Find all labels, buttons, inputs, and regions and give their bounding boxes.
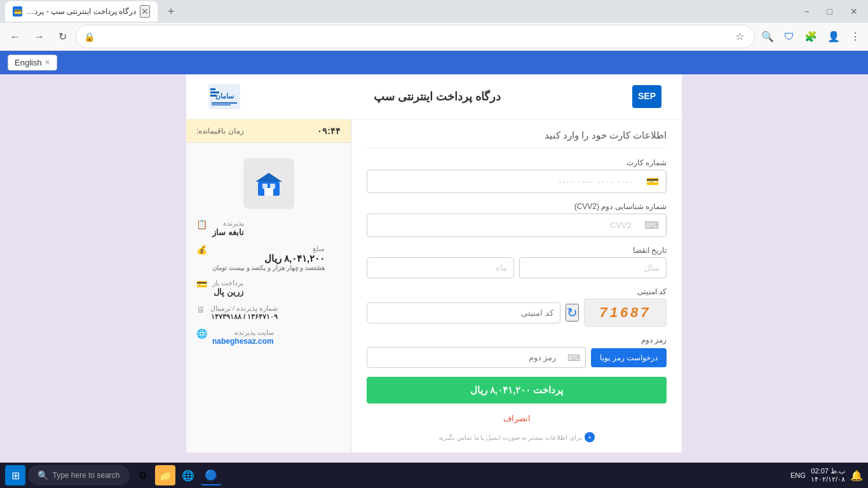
taskbar-right: ENG 02:07 ب.ظ ۱۴۰۲/۱۲/۰۸ 🔔	[790, 467, 863, 484]
sep-logo: SEP	[631, 84, 663, 109]
language-button[interactable]: English ✕	[8, 55, 57, 71]
active-tab[interactable]: 💳 درگاه پرداخت اینترنتی سپ - پرداخت ✕	[5, 1, 158, 22]
svg-rect-13	[262, 184, 268, 189]
svg-text:SEP: SEP	[638, 91, 656, 101]
forward-button[interactable]: →	[29, 29, 50, 45]
title-bar: 💳 درگاه پرداخت اینترنتی سپ - پرداخت ✕ + …	[0, 0, 868, 23]
payment-content: ۰۹:۴۴ زمان باقیمانده:	[186, 119, 682, 452]
keyboard-icon: ⌨	[562, 353, 585, 363]
cvv2-icon: ⌨	[638, 214, 666, 236]
cancel-button[interactable]: انصراف	[367, 410, 667, 427]
taskbar-lang: ENG	[790, 471, 806, 479]
month-input[interactable]	[367, 258, 513, 278]
timer-bar: ۰۹:۴۴ زمان باقیمانده:	[186, 119, 351, 143]
expiry-row	[367, 257, 667, 278]
main-content: سامان درگاه پرداخت اینترنتی سپ SEP ۰۹:۴۴…	[0, 74, 868, 452]
payment-by-icon: 💳	[196, 279, 207, 289]
address-input[interactable]: sep.shaparak.ir/OnlinePG/SendToken?token…	[98, 32, 729, 41]
amount-text: هشتصد و چهار هزار و یکصد و بیست تومان	[212, 264, 325, 271]
tab-close-button[interactable]: ✕	[140, 5, 150, 18]
clock: 02:07 ب.ظ	[811, 467, 845, 475]
right-panel: اطلاعات کارت خود را وارد کنید شماره کارت…	[351, 119, 682, 452]
search-icon[interactable]: 🔍	[759, 28, 776, 45]
password-label: رمز دوم	[367, 336, 667, 344]
lock-icon: 🔒	[84, 32, 95, 42]
maximize-button[interactable]: □	[822, 5, 837, 18]
terminal-row: شماره پذیرنده / ترمینال ۱۳۶۴۷۱۰۹ / ۱۴۷۳۹…	[196, 304, 341, 321]
browser-taskbar-button[interactable]: 🌐	[178, 465, 198, 485]
task-view-button[interactable]: ⧉	[132, 465, 153, 485]
cvv2-label: شماره شناسایی دوم (CVV2)	[367, 202, 667, 211]
svg-marker-11	[255, 173, 282, 182]
address-bar[interactable]: 🔒 sep.shaparak.ir/OnlinePG/SendToken?tok…	[76, 25, 755, 48]
password-input-wrapper: ⌨	[367, 347, 586, 368]
taskbar-left: ⊞ 🔍 Type here to search ⧉ 📁 🌐 🔵	[5, 465, 221, 485]
start-button[interactable]: ⊞	[5, 465, 25, 485]
close-button[interactable]: ✕	[845, 5, 863, 18]
store-icon	[253, 168, 285, 200]
star-icon[interactable]: ☆	[733, 28, 747, 45]
left-panel: ۰۹:۴۴ زمان باقیمانده:	[186, 119, 351, 452]
captcha-input[interactable]	[367, 302, 560, 323]
password-row: درخواست رمز پویا ⌨	[367, 347, 667, 368]
window-controls: − □ ✕	[799, 5, 863, 18]
file-explorer-button[interactable]: 📁	[155, 465, 175, 485]
panel-title: اطلاعات کارت خود را وارد کنید	[367, 130, 667, 148]
notification-icon[interactable]: 🔔	[850, 470, 863, 482]
language-close-icon[interactable]: ✕	[44, 58, 50, 67]
active-browser-button[interactable]: 🔵	[201, 465, 221, 485]
taskbar: ⊞ 🔍 Type here to search ⧉ 📁 🌐 🔵 ENG 02:0…	[0, 463, 868, 488]
nav-bar: ← → ↻ 🔒 sep.shaparak.ir/OnlinePG/SendTok…	[0, 23, 868, 51]
card-number-input[interactable]	[367, 172, 640, 191]
sep-logo-svg: SEP	[631, 84, 663, 109]
system-time: 02:07 ب.ظ ۱۴۰۲/۱۲/۰۸	[811, 467, 845, 484]
merchant-logo-area	[186, 143, 351, 219]
svg-rect-12	[264, 188, 273, 196]
payment-by-value: زرین پال	[212, 287, 243, 297]
website-icon: 🌐	[196, 329, 207, 339]
shield-icon[interactable]: 🛡	[782, 29, 797, 45]
pay-button[interactable]: پرداخت ۸,۰۴۱,۲۰۰ ریال	[367, 377, 667, 403]
password-input[interactable]	[367, 348, 562, 367]
website-row: سایت پذیرنده nabeghesaz.com 🌐	[196, 329, 341, 346]
payment-by-row: پرداخت یار زرین پال 💳	[196, 279, 341, 297]
terminal-label: شماره پذیرنده / ترمینال	[210, 304, 278, 313]
svg-rect-6	[210, 92, 219, 93]
reload-button[interactable]: ↻	[53, 28, 72, 45]
year-input[interactable]	[520, 258, 666, 278]
search-taskbar-button[interactable]: 🔍 Type here to search	[28, 465, 130, 485]
timer-value: ۰۹:۴۴	[317, 126, 341, 136]
timer-label: زمان باقیمانده:	[196, 126, 244, 135]
captcha-row: 71687 ↻	[367, 299, 667, 327]
header-title: درگاه پرداخت اینترنتی سپ	[374, 90, 501, 104]
terminal-value: ۱۳۶۴۷۱۰۹ / ۱۴۷۳۹۱۸۸	[210, 313, 278, 321]
captcha-refresh-button[interactable]: ↻	[566, 304, 579, 322]
cvv2-input[interactable]	[367, 215, 638, 235]
card-icon: 💳	[640, 170, 666, 193]
new-tab-button[interactable]: +	[163, 4, 180, 20]
svg-rect-14	[270, 184, 275, 189]
profile-icon[interactable]: 👤	[825, 28, 843, 45]
merchant-icon	[243, 158, 294, 209]
merchant-name-row: پذیرنده نابغه ساز 📋	[196, 219, 341, 237]
year-input-wrapper	[519, 257, 667, 278]
extensions-icon[interactable]: 🧩	[802, 28, 820, 45]
cvv2-input-wrapper: ⌨	[367, 214, 667, 237]
card-input-wrapper: 💳	[367, 170, 667, 193]
svg-rect-7	[210, 95, 217, 97]
password-group: رمز دوم درخواست رمز پویا ⌨	[367, 336, 667, 368]
cvv2-group: شماره شناسایی دوم (CVV2) ⌨	[367, 202, 667, 237]
minimize-button[interactable]: −	[799, 5, 814, 18]
amount-value: ۸,۰۴۱,۲۰۰ ریال	[212, 253, 325, 264]
tabs-area: 💳 درگاه پرداخت اینترنتی سپ - پرداخت ✕ +	[5, 1, 180, 22]
back-button[interactable]: ←	[5, 29, 25, 45]
tab-title: درگاه پرداخت اینترنتی سپ - پرداخت	[26, 7, 136, 16]
payment-header: سامان درگاه پرداخت اینترنتی سپ SEP	[186, 74, 682, 119]
month-input-wrapper	[367, 257, 514, 278]
menu-icon[interactable]: ⋮	[848, 28, 863, 45]
terminal-icon: 🖥	[196, 304, 205, 315]
website-label: سایت پذیرنده	[212, 329, 274, 337]
otp-button[interactable]: درخواست رمز پویا	[591, 348, 667, 367]
security-group: کد امنیتی 71687 ↻	[367, 287, 667, 327]
amount-row: مبلغ ۸,۰۴۱,۲۰۰ ریال هشتصد و چهار هزار و …	[196, 245, 341, 271]
